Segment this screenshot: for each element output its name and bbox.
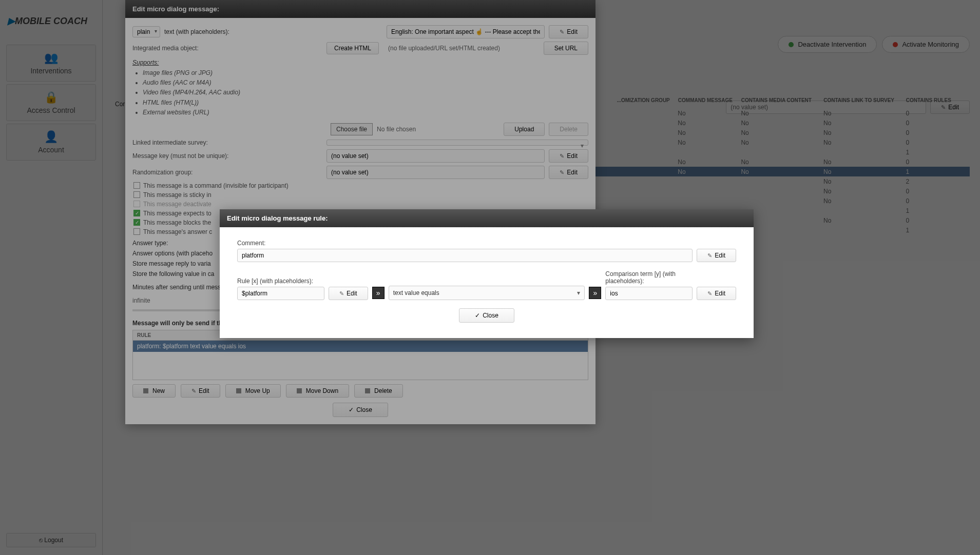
edit-rule-modal: Edit micro dialog message rule: Comment:… bbox=[220, 209, 754, 338]
term-y-input[interactable] bbox=[605, 287, 693, 300]
comment-label: Comment: bbox=[237, 240, 736, 247]
check-icon: ✓ bbox=[475, 312, 480, 319]
operator-select[interactable]: text value equals bbox=[389, 286, 585, 300]
edit-comment-button[interactable]: Edit bbox=[697, 249, 736, 262]
term-y-label: Comparison term [y] (with placeholders): bbox=[605, 270, 693, 285]
close-label: Close bbox=[483, 312, 498, 319]
arrow-right-icon: » bbox=[372, 287, 385, 299]
pencil-icon bbox=[707, 252, 712, 259]
pencil-icon bbox=[707, 290, 712, 297]
edit-rule-x-button[interactable]: Edit bbox=[329, 287, 368, 300]
rule-x-label: Rule [x] (with placeholders): bbox=[237, 278, 324, 285]
rule-x-input[interactable] bbox=[237, 287, 324, 300]
pencil-icon bbox=[339, 290, 344, 297]
edit-term-y-button[interactable]: Edit bbox=[697, 287, 736, 300]
edit-label: Edit bbox=[715, 252, 725, 259]
operator-value: text value equals bbox=[393, 289, 439, 296]
arrow-right-icon: » bbox=[589, 287, 601, 299]
modal2-body: Comment: Edit Rule [x] (with placeholder… bbox=[220, 227, 754, 338]
comment-input[interactable] bbox=[237, 249, 693, 262]
edit-label: Edit bbox=[347, 290, 357, 297]
edit-label: Edit bbox=[715, 290, 725, 297]
modal2-close-button[interactable]: ✓ Close bbox=[459, 308, 514, 323]
modal2-title: Edit micro dialog message rule: bbox=[220, 209, 754, 227]
